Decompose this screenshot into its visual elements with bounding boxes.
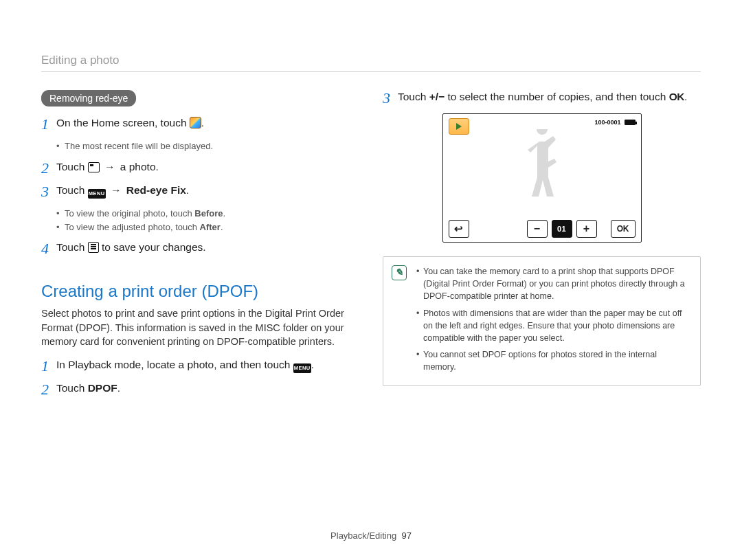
step-number: 2 [41,160,56,177]
step-number: 1 [41,116,56,133]
menu-icon: MENU [293,363,311,373]
step-text: . [201,117,204,128]
page-footer: Playback/Editing 97 [0,530,742,541]
step-text: to save your changes. [102,241,206,253]
note-item: You cannot set DPOF options for photos s… [416,348,690,373]
ok-glyph: OK [669,91,684,102]
step-bold: DPOF [88,382,117,394]
ok-button[interactable]: OK [611,220,636,238]
plus-minus-glyph: +/− [429,91,445,102]
redeye-step-3: 3 Touch MENU → Red-eye Fix. [41,183,359,200]
step-text: . [311,359,314,370]
back-arrow-icon: ↩ [454,223,463,235]
dpof-step-2: 2 Touch DPOF. [41,381,359,398]
section-pill-removing-red-eye: Removing red-eye [41,90,136,107]
redeye-step-4: 4 Touch to save your changes. [41,240,359,257]
step-number: 1 [41,358,56,374]
step-text: a photo. [120,161,159,172]
step-bold: Red-eye Fix [126,184,186,196]
heading-dpof: Creating a print order (DPOF) [41,282,359,301]
save-icon [88,242,99,253]
arrow-icon: → [111,183,122,198]
step-text: Touch [398,91,429,102]
slideshow-thumb-icon[interactable] [449,118,469,135]
step-text: Touch [56,184,88,196]
left-column: Removing red-eye 1 On the Home screen, t… [41,90,359,405]
step-text: In Playback mode, locate a photo, and th… [56,359,293,370]
thumbnail-icon [88,162,100,172]
step-text: to select the number of copies, and then… [447,91,668,102]
redeye-step-1: 1 On the Home screen, touch . [41,116,359,133]
step-number: 3 [383,90,398,107]
step-text: . [186,184,189,196]
substep: To view the original photo, touch Before… [56,207,359,221]
copy-count-display: 01 [552,220,572,238]
step-text: Touch [56,161,88,172]
note-item: You can take the memory card to a print … [416,265,690,302]
step-text: Touch [56,382,88,394]
home-app-icon [190,117,201,128]
arrow-icon: → [104,160,115,175]
plus-button[interactable]: + [576,220,597,238]
step-number: 4 [41,240,56,257]
note-icon: ✎ [392,265,407,280]
right-column: 3 Touch +/− to select the number of copi… [383,90,701,405]
step-text: On the Home screen, touch [56,117,190,128]
photo-silhouette [515,129,570,212]
menu-icon: MENU [88,189,106,199]
breadcrumb: Editing a photo [41,54,701,72]
dpof-step-1: 1 In Playback mode, locate a photo, and … [41,358,359,374]
redeye-step-2: 2 Touch → a photo. [41,160,359,177]
step-text: . [684,91,687,102]
step-text: Touch [56,241,88,253]
minus-button[interactable]: − [527,220,548,238]
substep-text: The most recent file will be displayed. [56,139,359,153]
substep: To view the adjusted photo, touch After. [56,221,359,234]
step-number: 2 [41,381,56,398]
step-number: 3 [41,183,56,200]
back-button[interactable]: ↩ [449,220,469,238]
footer-section: Playback/Editing [330,530,396,541]
note-item: Photos with dimensions that are wider th… [416,307,690,344]
battery-icon [625,120,636,125]
body-dpof: Select photos to print and save print op… [41,306,359,348]
note-box: ✎ You can take the memory card to a prin… [383,256,701,386]
file-counter: 100-0001 [594,119,620,126]
dpof-step-3: 3 Touch +/− to select the number of copi… [383,90,701,107]
step-text: . [117,382,120,394]
page-number: 97 [401,530,411,541]
device-screen-mock: 100-0001 ↩ − 01 + OK [442,113,642,243]
